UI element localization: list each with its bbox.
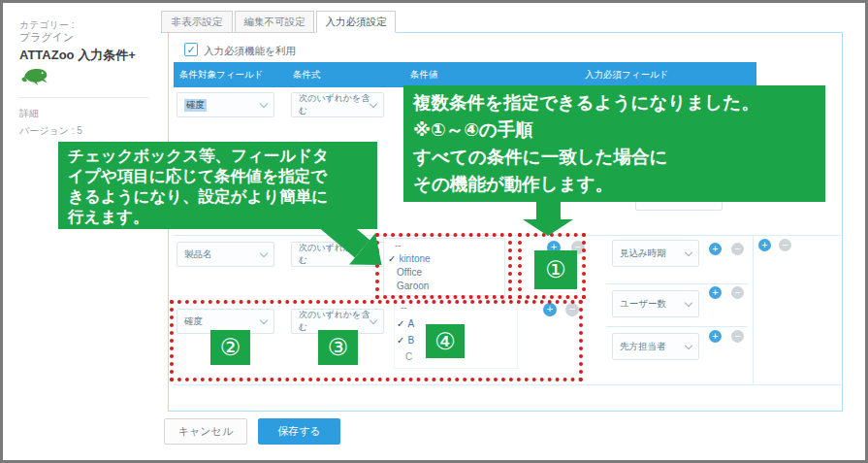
group-remove-button[interactable]: −	[779, 239, 791, 251]
row1-field-value: 確度	[184, 99, 207, 112]
sidebar-divider	[18, 97, 149, 98]
step-2-marker: ②	[210, 330, 250, 365]
required-field-1-value: 見込み時期	[620, 248, 666, 260]
plugin-title: ATTAZoo 入力条件+	[19, 47, 136, 64]
table-header: 条件対象フィールド 条件式 条件値 入力必須フィールド	[174, 62, 756, 87]
header-condition-value: 条件値	[410, 69, 438, 82]
down-arrow-icon	[536, 199, 561, 220]
required-field-divider	[606, 326, 748, 327]
tab-required-settings[interactable]: 入力必須設定	[316, 11, 396, 33]
chevron-down-icon	[260, 248, 268, 256]
required-field-2-remove-button[interactable]: −	[731, 286, 744, 299]
column-divider	[753, 236, 754, 383]
save-button[interactable]: 保存する	[258, 418, 340, 445]
required-field-select-2[interactable]: ユーザー数	[612, 290, 699, 317]
row2-field-select[interactable]: 製品名	[177, 242, 274, 267]
chameleon-icon	[18, 63, 51, 90]
annotation-box-condition-values	[375, 233, 512, 299]
row1-field-select[interactable]: 確度	[177, 92, 274, 117]
version-label: バージョン : 5	[19, 124, 82, 138]
tab-hide-settings[interactable]: 非表示設定	[161, 11, 233, 33]
enable-required-label: 入力必須機能を利用	[204, 45, 296, 58]
group-add-button[interactable]: +	[758, 239, 771, 251]
required-field-3-add-button[interactable]: +	[709, 330, 722, 343]
step-3-marker: ③	[318, 330, 358, 365]
chevron-down-icon	[685, 298, 692, 306]
required-field-select-3[interactable]: 先方担当者	[612, 333, 699, 360]
chevron-down-icon	[260, 99, 268, 107]
required-field-1-remove-button[interactable]: −	[731, 243, 744, 255]
step-4-marker: ④	[426, 324, 465, 358]
chevron-down-icon	[370, 99, 377, 107]
callout-multiple-conditions: 複数条件を指定できるようになりました。 ※①～④の手順 すべての条件に一致した場…	[403, 85, 825, 202]
down-arrow-icon	[523, 219, 573, 236]
step-1-marker: ①	[534, 250, 577, 289]
header-condition-expression: 条件式	[293, 69, 321, 82]
required-field-1-add-button[interactable]: +	[709, 243, 722, 255]
chevron-down-icon	[685, 248, 692, 255]
tab-noedit-settings[interactable]: 編集不可設定	[235, 11, 314, 33]
plugin-settings-window: カテゴリー : プラグイン ATTAZoo 入力条件+ 詳細 バージョン : 5…	[0, 0, 868, 463]
required-field-2-add-button[interactable]: +	[709, 286, 722, 299]
row-divider	[174, 384, 841, 385]
detail-label: 詳細	[19, 107, 39, 120]
header-required-field: 入力必須フィールド	[585, 69, 668, 82]
chevron-down-icon	[685, 341, 692, 348]
required-field-3-value: 先方担当者	[620, 341, 666, 353]
required-field-3-remove-button[interactable]: −	[731, 330, 744, 343]
required-field-divider	[606, 283, 748, 284]
enable-required-checkbox[interactable]: ✓	[184, 43, 198, 56]
category-value: プラグイン	[19, 30, 74, 45]
header-condition-field: 条件対象フィールド	[179, 69, 263, 82]
required-field-2-value: ユーザー数	[620, 298, 666, 311]
row2-field-value: 製品名	[184, 248, 212, 261]
row1-operator-value: 次のいずれかを含む	[299, 92, 370, 117]
required-field-select-1[interactable]: 見込み時期	[612, 240, 699, 267]
callout-condition-values: チェックボックス等、フィールドタ イプや項目に応じて条件値を指定で きるようにな…	[58, 142, 377, 229]
cancel-button[interactable]: キャンセル	[164, 418, 247, 445]
row1-operator-select[interactable]: 次のいずれかを含む	[291, 92, 384, 117]
